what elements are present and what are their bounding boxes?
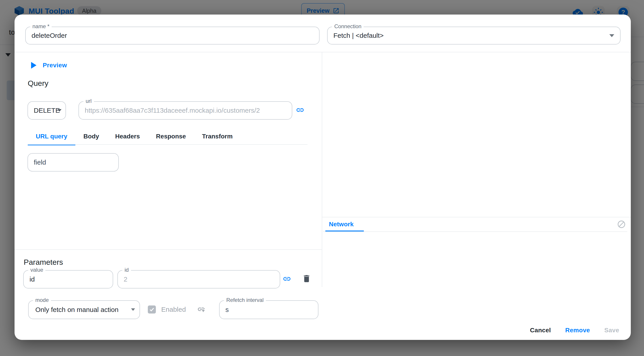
url-label: url [84, 98, 94, 104]
tab-body[interactable]: Body [75, 129, 107, 145]
http-method-select[interactable]: DELETE [28, 101, 66, 120]
connection-label: Connection [332, 23, 364, 30]
chevron-down-icon [58, 109, 62, 112]
param-value-input[interactable]: value id [23, 270, 113, 288]
param-id-label: id [122, 267, 131, 273]
request-tabs: URL query Body Headers Response Transfor… [28, 129, 240, 145]
param-bind-link-icon[interactable] [283, 274, 291, 283]
cancel-button[interactable]: Cancel [530, 327, 551, 334]
header-divider [14, 52, 631, 52]
http-method-value: DELETE [34, 107, 60, 114]
dialog-actions: Cancel Remove Save [530, 327, 619, 334]
bind-link-icon[interactable] [296, 106, 304, 114]
query-heading: Query [28, 79, 48, 88]
save-button[interactable]: Save [604, 327, 619, 334]
refetch-interval-label: Refetch interval [224, 297, 266, 303]
tab-response[interactable]: Response [148, 129, 194, 145]
query-name-label: name * [30, 23, 52, 30]
mode-label: mode [33, 297, 51, 303]
connection-value: Fetch | <default> [334, 32, 384, 39]
param-id-input[interactable]: id 2 [118, 270, 280, 288]
play-icon [31, 62, 36, 69]
tab-url-query[interactable]: URL query [28, 129, 75, 145]
parameters-heading: Parameters [24, 258, 63, 266]
add-link-icon[interactable] [197, 305, 205, 313]
refetch-interval-input[interactable]: Refetch interval s [219, 300, 318, 319]
connection-select[interactable]: Connection Fetch | <default> [327, 26, 620, 44]
param-id-placeholder: 2 [124, 276, 128, 283]
query-editor-dialog: name * deleteOrder Connection Fetch | <d… [14, 14, 631, 340]
pane-divider [322, 52, 322, 287]
remove-button[interactable]: Remove [565, 327, 590, 334]
chevron-down-icon [609, 34, 614, 37]
url-input[interactable]: url https://635aaf68aa7c3f113daceeef.moc… [78, 101, 292, 120]
query-field-input[interactable]: field [28, 153, 119, 172]
refetch-interval-value: s [226, 306, 229, 314]
param-value-label: value [28, 267, 46, 273]
mode-value: Only fetch on manual action [35, 306, 118, 314]
clear-network-block-icon[interactable] [617, 220, 626, 229]
mode-select[interactable]: mode Only fetch on manual action [28, 300, 140, 319]
enabled-checkbox[interactable] [148, 306, 156, 314]
delete-param-trash-icon[interactable] [302, 274, 311, 283]
url-placeholder: https://635aaf68aa7c3f113daceeef.mockapi… [85, 107, 260, 114]
query-field-value: field [34, 158, 46, 166]
network-panel-divider [322, 217, 631, 217]
check-icon [149, 306, 155, 312]
parameters-divider [14, 249, 322, 250]
query-name-value: deleteOrder [32, 32, 67, 39]
network-tabs-divider [323, 232, 627, 232]
query-name-field[interactable]: name * deleteOrder [25, 26, 320, 44]
enabled-label: Enabled [161, 306, 186, 313]
chevron-down-icon [131, 308, 135, 311]
run-preview-button[interactable]: Preview [31, 58, 67, 72]
tab-headers[interactable]: Headers [107, 129, 148, 145]
tab-transform[interactable]: Transform [194, 129, 240, 145]
param-value-text: id [30, 276, 35, 283]
screen: MUI Toolpad Alpha Preview ? [0, 0, 644, 356]
run-preview-label: Preview [43, 62, 67, 69]
tab-network[interactable]: Network [329, 221, 354, 228]
tabs-divider [28, 144, 308, 145]
